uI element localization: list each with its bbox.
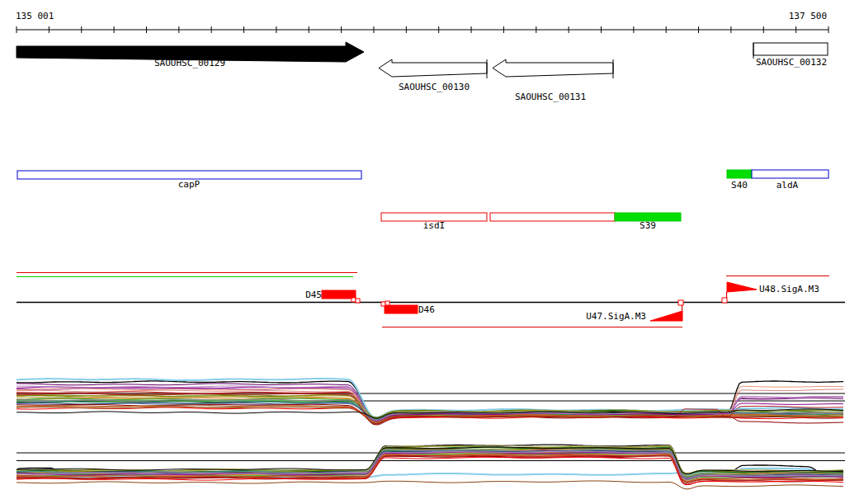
signal-label: D46 — [418, 304, 435, 315]
feature-orf-unlabeled[interactable] — [490, 213, 615, 221]
feature-box[interactable] — [17, 171, 361, 179]
feature-box[interactable] — [752, 170, 828, 178]
feature-label: S39 — [640, 220, 656, 231]
signal-U47.SigA.M3[interactable]: U47.SigA.M3 — [586, 300, 683, 322]
signal-anchor-square — [722, 298, 727, 303]
coordinate-ruler — [17, 26, 828, 33]
feature-label: aldA — [777, 180, 799, 191]
signal-D45[interactable]: D45 — [305, 290, 360, 303]
gene-label: SAOUHSC_00129 — [154, 58, 225, 68]
gene-label: SAOUHSC_00132 — [756, 57, 827, 68]
terminator-box[interactable] — [322, 290, 356, 299]
gene-SAOUHSC_00131[interactable]: SAOUHSC_00131 — [493, 59, 613, 102]
signal-label: U48.SigA.M3 — [759, 284, 819, 294]
expression-profile-panels — [17, 379, 845, 489]
feature-box[interactable] — [727, 170, 752, 178]
genome-tracks-svg: SAOUHSC_00129SAOUHSC_00130SAOUHSC_00131S… — [0, 0, 845, 504]
terminator-box[interactable] — [385, 305, 418, 313]
gene-annotation-track: SAOUHSC_00129SAOUHSC_00130SAOUHSC_00131S… — [17, 42, 828, 102]
promoter-triangle[interactable] — [727, 282, 757, 292]
gene-label: SAOUHSC_00130 — [399, 82, 470, 92]
signal-label: D45 — [305, 290, 322, 300]
feature-capP[interactable]: capP — [17, 171, 361, 190]
gene-SAOUHSC_00129[interactable]: SAOUHSC_00129 — [17, 42, 364, 68]
signal-D46[interactable]: D46 — [381, 301, 435, 315]
signal-anchor-square — [356, 299, 360, 303]
gene-arrow-left[interactable] — [379, 59, 487, 77]
signal-label: U47.SigA.M3 — [586, 311, 646, 322]
feature-S39[interactable]: S39 — [615, 213, 681, 231]
signal-U48.SigA.M3[interactable]: U48.SigA.M3 — [722, 282, 819, 303]
expression-panel-upper — [17, 379, 845, 425]
feature-S40[interactable]: S40 — [727, 170, 752, 191]
signal-annotation-track: D45D46U47.SigA.M3U48.SigA.M3 — [17, 273, 845, 327]
feature-box[interactable] — [490, 213, 615, 221]
expression-profile-line — [17, 481, 843, 489]
feature-label: isdI — [423, 220, 446, 231]
gene-arrow-left[interactable] — [493, 59, 613, 77]
feature-isdI[interactable]: isdI — [381, 213, 487, 231]
gene-label: SAOUHSC_00131 — [515, 92, 586, 102]
signal-anchor-square — [678, 300, 683, 305]
gene-box[interactable] — [753, 43, 828, 55]
operon-annotation-track: capPisdIS39S40aldA — [17, 170, 828, 231]
expression-profile-line — [17, 393, 843, 425]
signal-anchor-square — [385, 301, 389, 305]
feature-aldA[interactable]: aldA — [752, 170, 828, 191]
genome-browser-canvas: 135 001 137 500 SAOUHSC_00129SAOUHSC_001… — [0, 0, 845, 504]
gene-SAOUHSC_00132[interactable]: SAOUHSC_00132 — [753, 43, 828, 68]
gene-SAOUHSC_00130[interactable]: SAOUHSC_00130 — [379, 59, 487, 92]
feature-label: S40 — [731, 180, 748, 191]
feature-label: capP — [178, 179, 201, 190]
signal-anchor-square — [381, 302, 385, 306]
expression-panel-lower — [17, 445, 845, 489]
promoter-triangle[interactable] — [650, 311, 682, 321]
signal-anchor-square — [352, 298, 356, 302]
